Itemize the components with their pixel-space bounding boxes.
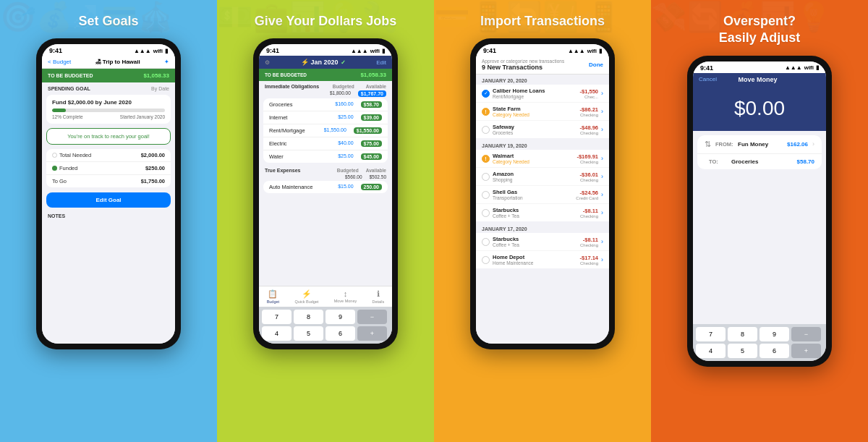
tx-safeway-name: Safeway	[493, 124, 577, 130]
cancel-button[interactable]: Cancel	[699, 76, 717, 82]
tx-amazon-cat: Shopping	[493, 177, 577, 182]
row-groceries[interactable]: Groceries $160.00 $58.70	[263, 98, 388, 111]
budget-tab-icon: 📋	[268, 289, 278, 299]
tx-starbucks2[interactable]: Starbucks Coffee + Tea -$8.11 Checking ›	[476, 233, 609, 251]
row-rent[interactable]: Rent/Mortgage $1,550.00 $1,550.00	[263, 124, 388, 137]
key-5[interactable]: 5	[294, 326, 323, 341]
row-internet[interactable]: Internet $25.00 $39.00	[263, 111, 388, 124]
section-header-1: SPENDING GOAL By Date	[42, 82, 175, 93]
p3-content: January 20, 2020 ✓ Caliber Home Loans Re…	[476, 75, 609, 344]
dot-green	[52, 166, 57, 171]
tx-shellgas-amount: -$24.56	[576, 190, 598, 196]
chevron-starbucks2: ›	[601, 238, 603, 245]
back-button[interactable]: < Budget	[48, 59, 71, 65]
phone-1: 9:41 ▲▲▲ wifi ▮ < Budget 🏖 Trip to Hawai…	[36, 38, 181, 349]
row-electric-available: $75.00	[361, 140, 382, 147]
tab-move-money[interactable]: ↕ Move Money	[334, 289, 357, 304]
tx-statefarm-cat: Category Needed	[493, 112, 577, 117]
key-6[interactable]: 6	[326, 326, 355, 341]
tx-statefarm-amount: -$86.21	[580, 106, 598, 113]
tx-amazon[interactable]: Amazon Shopping -$36.01 Checking ›	[476, 168, 609, 186]
tx-starbucks2-amount: -$8.11	[580, 237, 598, 243]
total-row-funded: Funded $250.00	[46, 162, 171, 175]
key-4[interactable]: 4	[262, 326, 292, 341]
key-plus[interactable]: +	[357, 326, 387, 341]
goal-text: Fund $2,000.00 by June 2020	[52, 99, 165, 106]
section-label: SPENDING GOAL	[48, 86, 90, 91]
p3-nav-subtitle: Approve or categorize new transactions	[482, 59, 564, 64]
group2-budgeted-label: Budgeted	[337, 168, 359, 173]
key-minus[interactable]: −	[357, 310, 387, 324]
settings-icon[interactable]: ⚙	[265, 59, 270, 66]
checkbox-caliber[interactable]: ✓	[482, 90, 490, 98]
tx-shellgas[interactable]: Shell Gas Transportation -$24.56 Credit …	[476, 186, 609, 204]
time-1: 9:41	[49, 47, 62, 54]
row-water-budgeted: $25.00	[338, 153, 353, 160]
tx-safeway[interactable]: Safeway Groceries -$48.96 Checking ›	[476, 121, 609, 138]
edit-button-2[interactable]: Edit	[376, 59, 386, 66]
row-groceries-name: Groceries	[269, 101, 293, 108]
phone-2: 9:41 ▲▲▲ wifi ▮ ⚙ ⚡ Jan 2020 ✓ Edit TO B…	[253, 38, 398, 349]
tx-amazon-amount: -$36.01	[580, 171, 598, 178]
to-amount: $58.70	[797, 158, 814, 165]
status-icons-3: ▲▲▲ wifi ▮	[568, 48, 602, 54]
tx-starbucks[interactable]: Starbucks Coffee + Tea -$8.11 Checking ›	[476, 204, 609, 221]
signal-icon: ▲▲▲	[134, 48, 151, 54]
from-amount: $162.06	[787, 141, 808, 148]
tx-walmart-name: Walmart	[493, 153, 574, 159]
checkbox-amazon[interactable]	[482, 173, 490, 181]
done-button[interactable]: Done	[589, 61, 603, 68]
p4-key-7[interactable]: 7	[696, 327, 726, 341]
battery-2: ▮	[382, 48, 385, 54]
to-label: TO:	[709, 158, 727, 165]
tx-starbucks-cat: Coffee + Tea	[493, 213, 577, 218]
p4-key-9[interactable]: 9	[760, 327, 789, 341]
total-needed-text: Total Needed	[59, 152, 91, 158]
tab-details[interactable]: ℹ Details	[373, 289, 385, 304]
tab-budget[interactable]: 📋 Budget	[267, 289, 279, 304]
key-7[interactable]: 7	[262, 310, 292, 324]
move-row-from[interactable]: ⇅ FROM: Fun Money $162.06 ›	[697, 135, 822, 154]
tx-statefarm[interactable]: ! State Farm Category Needed -$86.21 Che…	[476, 103, 609, 121]
key-8[interactable]: 8	[294, 310, 323, 324]
p4-key-5[interactable]: 5	[728, 344, 757, 358]
checkbox-starbucks2[interactable]	[482, 238, 490, 246]
arrows-icon: ⇅	[705, 140, 711, 149]
key-9[interactable]: 9	[326, 310, 355, 324]
tab-quick-budget[interactable]: ⚡ Quick Budget	[294, 289, 318, 304]
checkbox-starbucks[interactable]	[482, 209, 490, 217]
tx-caliber-cat: Rent/Mortgage	[493, 94, 577, 99]
track-message: You're on track to reach your goal!	[67, 133, 150, 140]
edit-goal-button[interactable]: Edit Goal	[46, 192, 171, 208]
tx-caliber[interactable]: ✓ Caliber Home Loans Rent/Mortgage -$1,5…	[476, 85, 609, 103]
p4-key-minus[interactable]: −	[791, 327, 821, 341]
move-row-to[interactable]: TO: Groceries $58.70	[697, 154, 822, 169]
chevron-statefarm: ›	[601, 108, 603, 115]
rows2-card: Auto Maintenance $15.00 250.00	[263, 181, 388, 193]
from-label: FROM:	[715, 141, 733, 148]
tx-starbucks-name: Starbucks	[493, 207, 577, 213]
p4-key-6[interactable]: 6	[760, 344, 789, 358]
row-auto[interactable]: Auto Maintenance $15.00 250.00	[263, 181, 388, 193]
row-internet-amounts: $25.00 $39.00	[338, 114, 382, 121]
time-3: 9:41	[483, 47, 496, 54]
row-electric[interactable]: Electric $40.00 $75.00	[263, 137, 388, 150]
tx-walmart[interactable]: ! Walmart Category Needed -$169.91 Check…	[476, 150, 609, 168]
row-water[interactable]: Water $25.00 $45.00	[263, 150, 388, 163]
star-icon[interactable]: ✦	[164, 59, 169, 65]
progress-bar-bg	[52, 109, 165, 112]
checkbox-homedepot[interactable]	[482, 256, 490, 264]
tx-homedepot[interactable]: Home Depot Home Maintenance -$17.14 Chec…	[476, 251, 609, 268]
checkbox-shellgas[interactable]	[482, 191, 490, 199]
checkbox-statefarm[interactable]: !	[482, 108, 490, 116]
checkbox-walmart[interactable]: !	[482, 155, 490, 163]
date-header-jan20: January 20, 2020	[476, 75, 609, 85]
checkbox-safeway[interactable]	[482, 126, 490, 134]
tx-amazon-right: -$36.01 Checking	[580, 171, 598, 182]
panel-set-goals: 🎯💰🏖💳🎪 Set Goals 9:41 ▲▲▲ wifi ▮ < Budget…	[0, 0, 217, 442]
p4-key-plus[interactable]: +	[791, 344, 821, 358]
p4-key-8[interactable]: 8	[728, 327, 757, 341]
p2-content: Immediate Obligations Budgeted Available…	[259, 81, 392, 286]
progress-percent: 12% Complete	[52, 114, 83, 119]
p4-key-4[interactable]: 4	[696, 344, 726, 358]
